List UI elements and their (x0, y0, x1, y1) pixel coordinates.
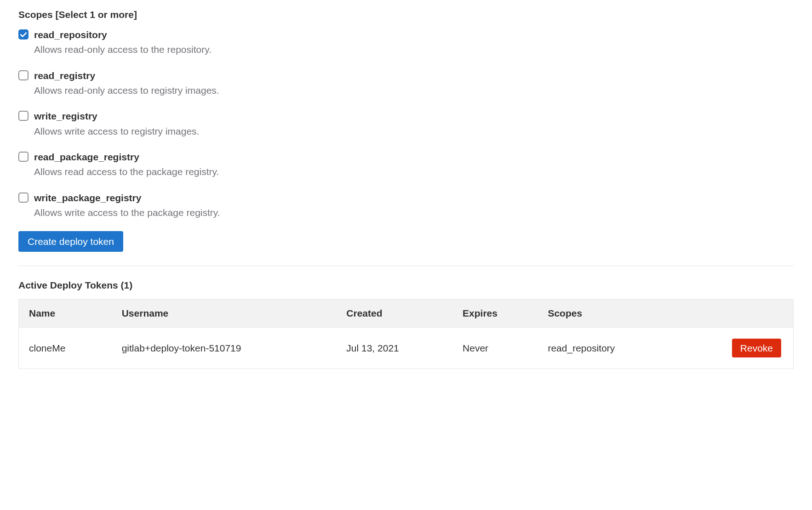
table-header-row: Name Username Created Expires Scopes (19, 300, 794, 328)
create-deploy-token-button[interactable]: Create deploy token (18, 231, 123, 252)
scope-text: read_repository Allows read-only access … (34, 28, 212, 57)
header-action (692, 300, 793, 328)
scope-desc: Allows read-only access to the repositor… (34, 43, 212, 56)
scopes-section: Scopes [Select 1 or more] read_repositor… (18, 9, 794, 252)
scope-read-repository: read_repository Allows read-only access … (18, 28, 794, 57)
table-row: cloneMe gitlab+deploy-token-510719 Jul 1… (19, 328, 794, 369)
scope-label: read_repository (34, 28, 212, 41)
scopes-title: Scopes [Select 1 or more] (18, 9, 794, 20)
scope-desc: Allows write access to the package regis… (34, 206, 220, 219)
scopes-list: read_repository Allows read-only access … (18, 28, 794, 219)
cell-action: Revoke (692, 328, 793, 369)
revoke-button[interactable]: Revoke (732, 339, 781, 357)
scope-label: read_package_registry (34, 151, 219, 163)
tokens-section: Active Deploy Tokens (1) Name Username C… (18, 280, 794, 369)
header-expires: Expires (452, 300, 538, 328)
checkbox-write-registry[interactable] (18, 111, 29, 121)
scope-label: read_registry (34, 69, 219, 82)
checkbox-read-package-registry[interactable] (18, 152, 29, 162)
scope-text: write_package_registry Allows write acce… (34, 192, 220, 220)
cell-expires: Never (452, 328, 538, 369)
scope-desc: Allows read-only access to registry imag… (34, 84, 219, 97)
cell-created: Jul 13, 2021 (336, 328, 452, 369)
cell-scopes: read_repository (538, 328, 692, 369)
scope-text: read_package_registry Allows read access… (34, 151, 219, 179)
header-created: Created (336, 300, 452, 328)
scope-write-package-registry: write_package_registry Allows write acce… (18, 192, 794, 220)
scope-text: write_registry Allows write access to re… (34, 110, 199, 138)
checkbox-read-repository[interactable] (18, 29, 29, 40)
scope-read-registry: read_registry Allows read-only access to… (18, 69, 794, 97)
cell-name: cloneMe (19, 328, 112, 369)
check-icon (20, 32, 27, 37)
cell-username: gitlab+deploy-token-510719 (112, 328, 337, 369)
header-scopes: Scopes (538, 300, 692, 328)
scope-write-registry: write_registry Allows write access to re… (18, 110, 794, 138)
tokens-table: Name Username Created Expires Scopes clo… (18, 299, 794, 369)
scope-read-package-registry: read_package_registry Allows read access… (18, 151, 794, 179)
scope-label: write_package_registry (34, 192, 220, 204)
scope-text: read_registry Allows read-only access to… (34, 69, 219, 97)
scope-label: write_registry (34, 110, 199, 122)
checkbox-write-package-registry[interactable] (18, 193, 29, 203)
header-username: Username (112, 300, 337, 328)
section-divider (18, 266, 794, 266)
scope-desc: Allows read access to the package regist… (34, 165, 219, 178)
scope-desc: Allows write access to registry images. (34, 125, 199, 138)
active-tokens-title: Active Deploy Tokens (1) (18, 280, 794, 291)
header-name: Name (19, 300, 112, 328)
checkbox-read-registry[interactable] (18, 70, 29, 80)
